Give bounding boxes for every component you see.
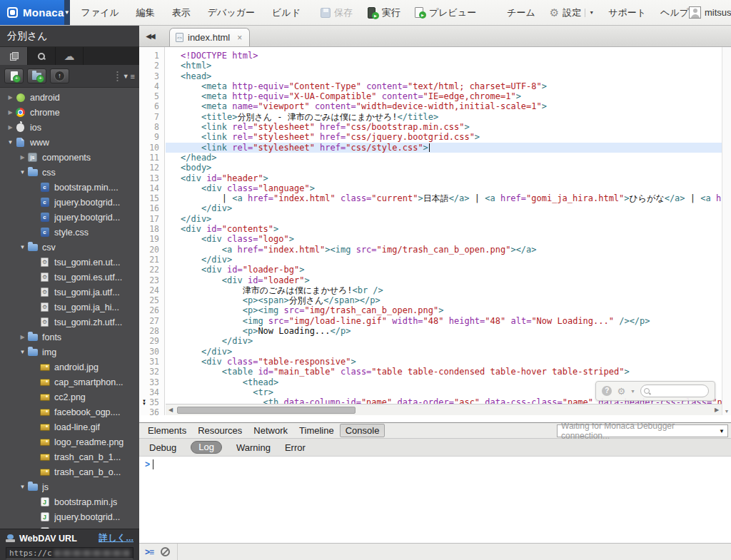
tree-row[interactable]: logo_readme.png <box>0 434 139 449</box>
tree-row[interactable]: ▼www <box>0 135 139 150</box>
horizontal-scrollbar[interactable]: ◀ ▶ <box>166 404 722 415</box>
gutter-line-number[interactable]: 6 <box>139 101 164 111</box>
tree-row[interactable]: ▶chrome <box>0 105 139 120</box>
gutter-line-number[interactable]: 29 <box>139 336 164 346</box>
team-button[interactable]: チーム <box>490 6 535 19</box>
menu-item[interactable]: ビルド <box>272 6 301 19</box>
gutter-line-number[interactable]: 23 <box>139 275 164 285</box>
debugger-tab-network[interactable]: Network <box>248 424 293 437</box>
tree-expand-arrow-icon[interactable]: ▼ <box>18 244 27 250</box>
help-button[interactable]: ヘルプ <box>660 6 689 19</box>
tree-expand-arrow-icon[interactable]: ▶ <box>6 94 15 101</box>
menu-item[interactable]: ファイル <box>81 6 119 19</box>
debugger-tab-elements[interactable]: Elements <box>142 424 192 437</box>
tree-row[interactable]: ⚙tsu_gomi.en.ut... <box>0 255 139 270</box>
run-button[interactable]: 実行 <box>367 6 400 19</box>
gutter-line-number[interactable]: 21 <box>139 255 164 265</box>
gutter-line-number[interactable]: 5 <box>139 91 164 101</box>
tree-expand-arrow-icon[interactable]: ▶ <box>18 334 27 340</box>
gutter-line-number[interactable]: 34 <box>139 387 164 397</box>
menu-item[interactable]: 表示 <box>172 6 191 19</box>
tree-row[interactable]: Jbootstrap.min.js <box>0 494 139 509</box>
tree-row[interactable]: ⚙tsu_gomi.es.utf... <box>0 270 139 285</box>
console-filter-log[interactable]: Log <box>191 441 222 454</box>
user-menu[interactable]: mitsus <box>689 6 731 19</box>
scroll-left-arrow[interactable]: ◀ <box>166 407 176 413</box>
brand-dropdown-button[interactable]: ▼ <box>64 0 70 25</box>
tree-row[interactable]: ⚙tsu_gomi.zh.utf... <box>0 315 139 330</box>
tree-row[interactable]: load-line.gif <box>0 419 139 434</box>
panel-menu-button[interactable]: ▼≡ <box>123 72 135 81</box>
scroll-right-arrow[interactable]: ▶ <box>712 407 722 413</box>
tree-row[interactable]: facebook_ogp.... <box>0 404 139 419</box>
settings-button[interactable]: ⚙ 設定 ▼ <box>550 6 594 19</box>
webdav-url-input[interactable]: https://c <box>6 547 133 559</box>
console-output[interactable]: > <box>139 457 731 543</box>
menu-item[interactable]: デバッガー <box>208 6 255 19</box>
tree-row[interactable]: trash_can_b_o... <box>0 464 139 479</box>
gutter-line-number[interactable]: 3 <box>139 71 164 81</box>
gutter-line-number[interactable]: 26 <box>139 305 164 315</box>
save-button[interactable]: 保存 <box>321 6 353 19</box>
gutter-jump-down-icon[interactable]: ▼▼ <box>141 399 148 405</box>
gutter-line-number[interactable]: 25 <box>139 295 164 305</box>
tree-expand-arrow-icon[interactable]: ▼ <box>18 349 27 355</box>
gutter-line-number[interactable]: 33 <box>139 377 164 387</box>
sidebar-tab-search[interactable] <box>28 47 56 65</box>
menu-item[interactable]: 編集 <box>136 6 155 19</box>
gutter-line-number[interactable]: 19 <box>139 234 164 244</box>
clear-console-icon[interactable] <box>161 547 170 556</box>
gutter-line-number[interactable]: 24 <box>139 285 164 295</box>
debugger-tab-resources[interactable]: Resources <box>192 424 248 437</box>
gutter-line-number[interactable]: 27 <box>139 316 164 326</box>
gutter-line-number[interactable]: 30 <box>139 347 164 357</box>
tree-row[interactable]: cjquery.bootgrid... <box>0 195 139 210</box>
sidebar-tab-files[interactable] <box>0 47 28 65</box>
gutter-line-number[interactable]: 12 <box>139 163 164 173</box>
tree-expand-arrow-icon[interactable]: ▼ <box>18 169 27 175</box>
help-icon[interactable]: ? <box>602 386 612 396</box>
gutter-line-number[interactable]: 10 <box>139 143 164 153</box>
gutter-line-number[interactable]: 32 <box>139 367 164 377</box>
support-button[interactable]: サポート <box>608 6 646 19</box>
gutter-line-number[interactable]: 16 <box>139 203 164 213</box>
tree-row[interactable]: android.jpg <box>0 360 139 375</box>
tree-row[interactable]: cjquery.bootgrid... <box>0 210 139 225</box>
gutter-line-number[interactable]: 15 <box>139 193 164 203</box>
console-filter-debug[interactable]: Debug <box>149 442 176 453</box>
preview-button[interactable]: プレビュー <box>415 6 476 19</box>
tab-index-html[interactable]: <> index.html × <box>169 28 250 46</box>
search-options-gear-icon[interactable]: ⚙ <box>617 386 625 397</box>
gutter-line-number[interactable]: 28 <box>139 326 164 336</box>
gutter-line-number[interactable]: 7 <box>139 112 164 122</box>
code-lines[interactable]: <!DOCTYPE html><html><head> <meta http-e… <box>166 47 722 415</box>
gutter-line-number[interactable]: 17 <box>139 214 164 224</box>
tree-row[interactable]: ▶ios <box>0 120 139 135</box>
tree-row[interactable]: ▶jscomponents <box>0 150 139 165</box>
gutter-line-number[interactable]: 20 <box>139 245 164 255</box>
gutter-line-number[interactable]: 11 <box>139 153 164 163</box>
sidebar-tab-cloud[interactable]: ☁ <box>56 47 84 65</box>
tree-row[interactable]: ▶android <box>0 90 139 105</box>
new-file-button[interactable] <box>4 68 24 83</box>
gutter-line-number[interactable]: 1 <box>139 51 164 61</box>
tree-row[interactable]: trash_can_b_1... <box>0 449 139 464</box>
tree-row[interactable]: ⚙tsu_gomi.ja.utf... <box>0 285 139 300</box>
tree-row[interactable]: ▼img <box>0 345 139 360</box>
console-filter-warning[interactable]: Warning <box>236 442 271 453</box>
tree-row[interactable]: ▼css <box>0 165 139 180</box>
tree-row[interactable]: ▼csv <box>0 240 139 255</box>
gutter-line-number[interactable]: 8 <box>139 122 164 132</box>
tree-expand-arrow-icon[interactable]: ▼ <box>18 484 27 490</box>
gutter-line-number[interactable]: 9 <box>139 132 164 142</box>
horizontal-scroll-thumb[interactable] <box>177 407 356 414</box>
gutter-line-number[interactable]: 4 <box>139 81 164 91</box>
settings-dropdown[interactable]: ▼ <box>585 9 594 17</box>
tab-close-icon[interactable]: × <box>237 33 242 43</box>
tab-scroll-left-button[interactable]: ◀◀ <box>139 25 161 46</box>
gutter-line-number[interactable]: 36 <box>139 407 164 415</box>
tree-row[interactable]: cbootstrap.min.... <box>0 180 139 195</box>
gutter-line-number[interactable]: 22 <box>139 265 164 275</box>
gutter-line-number[interactable]: 2 <box>139 61 164 71</box>
tree-expand-arrow-icon[interactable]: ▼ <box>6 139 15 146</box>
